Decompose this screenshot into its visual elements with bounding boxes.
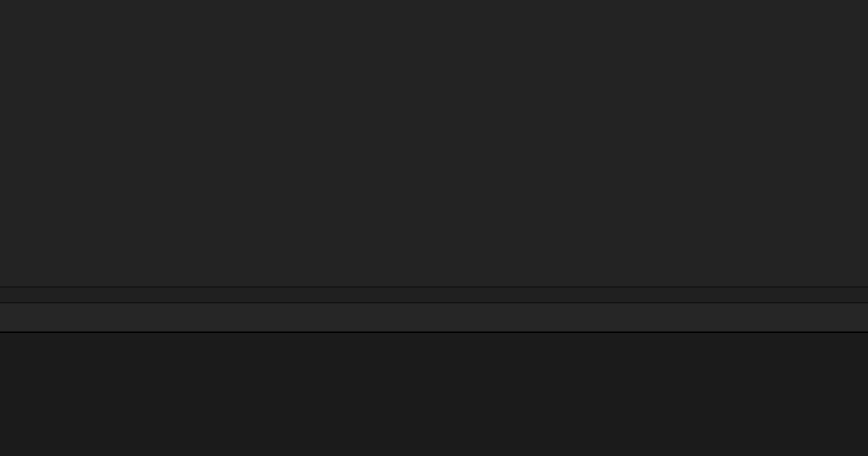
sampler-row: [0, 287, 868, 303]
mixxx-app: [0, 0, 868, 456]
library: [0, 332, 868, 456]
deck-area: [0, 0, 868, 287]
effects-row: [0, 303, 868, 332]
